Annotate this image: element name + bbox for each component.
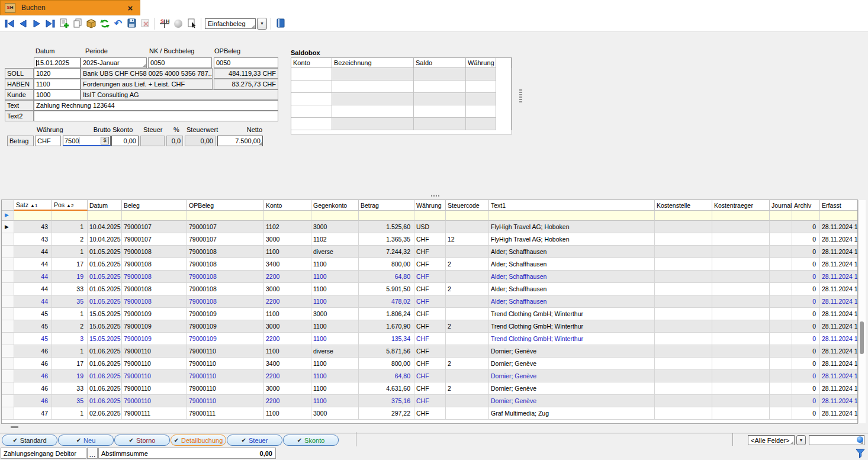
toggle-button-skonto[interactable]: ✔Skonto xyxy=(283,435,339,446)
grid-cell-pos[interactable]: 17 xyxy=(52,358,88,370)
column-header-kostentraeger[interactable]: Kostentraeger xyxy=(712,200,770,211)
grid-cell-erfasst[interactable]: 28.11.2024 10: xyxy=(820,333,858,345)
column-splitter-icon[interactable] xyxy=(431,195,441,197)
grid-cell-steuercode[interactable]: 2 xyxy=(446,382,489,395)
grid-cell-konto[interactable]: 1102 xyxy=(264,221,311,233)
nav-prev-button[interactable] xyxy=(16,17,30,30)
grid-cell-waehrung[interactable]: CHF xyxy=(414,370,446,382)
grid-cell-kostentraeger[interactable] xyxy=(712,308,770,320)
grid-cell-satz[interactable]: 46 xyxy=(14,370,52,382)
grid-cell-gegenkonto[interactable]: 1100 xyxy=(311,295,359,308)
row-selector[interactable] xyxy=(2,295,14,308)
row-selector[interactable] xyxy=(2,345,14,358)
text-field[interactable]: Zahlung Rechnung 123644 xyxy=(34,100,278,111)
table-row[interactable]: 45315.05.2025790001097900010922001100135… xyxy=(2,333,857,345)
grid-cell-satz[interactable]: 44 xyxy=(14,246,52,258)
grid-cell-waehrung[interactable]: CHF xyxy=(414,271,446,283)
grid-cell-datum[interactable]: 01.06.2025 xyxy=(88,395,122,407)
current-row-indicator[interactable]: ▶ xyxy=(2,221,14,233)
grid-cell-gegenkonto[interactable]: 1100 xyxy=(311,358,359,370)
filter-cell-text1[interactable] xyxy=(489,211,655,221)
table-row[interactable]: 43210.04.20257900010779000107300011021.3… xyxy=(2,233,857,246)
grid-cell-kostentraeger[interactable] xyxy=(712,246,770,258)
row-selector[interactable] xyxy=(2,258,14,271)
grid-cell-datum[interactable]: 02.06.2025 xyxy=(88,407,122,420)
grid-cell-journal[interactable] xyxy=(770,333,792,345)
filter-cell-datum[interactable] xyxy=(88,211,122,221)
grid-cell-betrag[interactable]: 1.670,90 xyxy=(359,320,414,333)
grid-cell-betrag[interactable]: 64,80 xyxy=(359,370,414,382)
grid-cell-opbeleg[interactable]: 79000110 xyxy=(187,345,264,358)
grid-cell-erfasst[interactable]: 28.11.2024 10: xyxy=(820,395,858,407)
grid-cell-steuercode[interactable] xyxy=(446,221,489,233)
grid-cell-opbeleg[interactable]: 79000108 xyxy=(187,271,264,283)
grid-cell-archiv[interactable]: 0 xyxy=(792,308,820,320)
grid-cell-betrag[interactable]: 64,80 xyxy=(359,271,414,283)
toggle-button-storno[interactable]: ✔Storno xyxy=(114,435,170,446)
toggle-button-standard[interactable]: ✔Standard xyxy=(2,435,57,446)
book-icon[interactable] xyxy=(274,17,287,30)
new-record-button[interactable] xyxy=(57,17,70,30)
grid-cell-waehrung[interactable]: CHF xyxy=(414,258,446,271)
nk-buchbeleg-field[interactable]: 0050 xyxy=(148,57,212,68)
grid-cell-datum[interactable]: 01.05.2025 xyxy=(88,295,122,308)
filter-cell-steuercode[interactable] xyxy=(446,211,489,221)
grid-cell-erfasst[interactable]: 28.11.2024 10: xyxy=(820,295,858,308)
save-button[interactable] xyxy=(125,17,139,30)
grid-cell-kostenstelle[interactable] xyxy=(655,382,712,395)
nav-next-button[interactable] xyxy=(30,17,43,30)
grid-cell-betrag[interactable]: 4.631,60 xyxy=(359,382,414,395)
grid-cell-opbeleg[interactable]: 79000108 xyxy=(187,283,264,295)
grid-cell-konto[interactable]: 3000 xyxy=(264,283,311,295)
column-header-archiv[interactable]: Archiv xyxy=(792,200,820,211)
grid-cell-betrag[interactable]: 1.525,60 xyxy=(359,221,414,233)
grid-cell-pos[interactable]: 35 xyxy=(52,295,88,308)
periode-select[interactable]: 2025-Januar xyxy=(81,57,147,68)
grid-cell-text1[interactable]: Alder; Schaffhausen xyxy=(489,283,655,295)
grid-cell-steuercode[interactable] xyxy=(446,370,489,382)
table-row[interactable]: 443501.05.202579000108790001082200110047… xyxy=(2,295,857,308)
grid-cell-text1[interactable]: Alder; Schaffhausen xyxy=(489,246,655,258)
grid-cell-pos[interactable]: 33 xyxy=(52,382,88,395)
column-header-pos[interactable]: Pos▲2 xyxy=(52,200,88,211)
filter-cell-waehrung[interactable] xyxy=(414,211,446,221)
filter-funnel-icon[interactable] xyxy=(855,448,866,460)
chevron-down-icon[interactable]: ▼ xyxy=(796,435,806,445)
column-header-kostenstelle[interactable]: Kostenstelle xyxy=(655,200,712,211)
table-row[interactable]: 463301.06.20257900011079000110300011004.… xyxy=(2,382,857,395)
row-selector[interactable] xyxy=(2,370,14,382)
grid-cell-datum[interactable]: 10.04.2025 xyxy=(88,221,122,233)
grid-cell-betrag[interactable]: 478,02 xyxy=(359,295,414,308)
grid-cell-satz[interactable]: 46 xyxy=(14,382,52,395)
grid-cell-kostentraeger[interactable] xyxy=(712,295,770,308)
soll-konto-field[interactable]: 1020 xyxy=(34,68,81,79)
grid-cell-text1[interactable]: FlyHigh Travel AG; Hoboken xyxy=(489,233,655,246)
grid-cell-gegenkonto[interactable]: 1100 xyxy=(311,258,359,271)
grid-cell-beleg[interactable]: 79000107 xyxy=(122,233,187,246)
grid-cell-konto[interactable]: 2200 xyxy=(264,295,311,308)
grid-cell-text1[interactable]: Graf Multimedia; Zug xyxy=(489,407,655,420)
grid-cell-journal[interactable] xyxy=(770,246,792,258)
table-row[interactable]: 46101.06.202579000110790001101100diverse… xyxy=(2,345,857,358)
grid-cell-beleg[interactable]: 79000107 xyxy=(122,221,187,233)
toggle-button-detailbuchung[interactable]: ✔Detailbuchung xyxy=(171,435,226,446)
grid-cell-gegenkonto[interactable]: 1100 xyxy=(311,271,359,283)
grid-cell-text1[interactable]: Dornier; Genève xyxy=(489,382,655,395)
grid-cell-erfasst[interactable]: 28.11.2024 10: xyxy=(820,308,858,320)
grid-cell-satz[interactable]: 43 xyxy=(14,233,52,246)
grid-cell-opbeleg[interactable]: 79000110 xyxy=(187,395,264,407)
column-header-betrag[interactable]: Betrag xyxy=(359,200,414,211)
filter-cell-journal[interactable] xyxy=(770,211,792,221)
grid-cell-text1[interactable]: Dornier; Genève xyxy=(489,370,655,382)
filter-cell-konto[interactable] xyxy=(264,211,311,221)
grid-cell-journal[interactable] xyxy=(770,233,792,246)
grid-cell-journal[interactable] xyxy=(770,283,792,295)
grid-cell-datum[interactable]: 01.06.2025 xyxy=(88,382,122,395)
grid-cell-konto[interactable]: 1100 xyxy=(264,345,311,358)
grid-cell-steuercode[interactable] xyxy=(446,407,489,420)
column-header-opbeleg[interactable]: OPBeleg xyxy=(187,200,264,211)
grid-cell-kostentraeger[interactable] xyxy=(712,233,770,246)
grid-cell-erfasst[interactable]: 28.11.2024 10: xyxy=(820,345,858,358)
brutto-field[interactable]: 7500 $ xyxy=(63,136,111,146)
scrollbar-thumb[interactable] xyxy=(860,321,864,354)
